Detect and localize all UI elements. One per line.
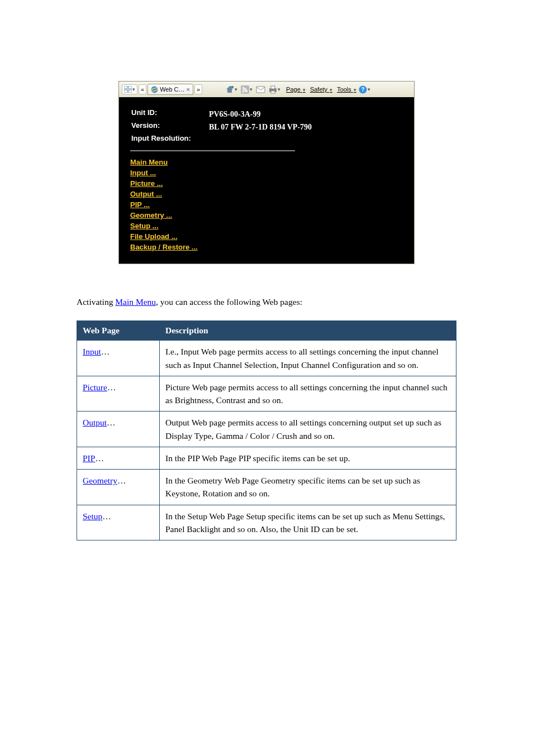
help-button[interactable]: ? ▾ xyxy=(359,85,370,94)
svg-rect-3 xyxy=(129,90,132,93)
tab-close-icon[interactable]: × xyxy=(187,86,190,93)
svg-rect-2 xyxy=(124,90,127,93)
row-link[interactable]: Setup xyxy=(83,511,102,521)
menu-safety[interactable]: Safety ▾ xyxy=(310,86,332,93)
nav-main-menu[interactable]: Main Menu xyxy=(130,157,168,168)
nav-pip[interactable]: PIP ... xyxy=(130,199,150,210)
table-row: Picture… Picture Web page permits access… xyxy=(77,376,456,412)
th-description: Description xyxy=(160,321,456,341)
svg-rect-8 xyxy=(241,85,249,94)
row-desc: In the PIP Web Page PIP specific items c… xyxy=(160,447,456,469)
row-link[interactable]: PIP xyxy=(83,453,95,463)
dropdown-icon: ▾ xyxy=(278,87,280,92)
table-row: Geometry… In the Geometry Web Page Geome… xyxy=(77,470,456,505)
ie-toolbar: ▾ « Web C… × » ▾ ▾ xyxy=(119,82,414,97)
svg-rect-13 xyxy=(271,91,275,93)
ie-icon xyxy=(151,86,158,93)
svg-rect-6 xyxy=(230,86,231,88)
svg-point-9 xyxy=(242,90,244,92)
browser-window: ▾ « Web C… × » ▾ ▾ xyxy=(118,81,415,264)
input-res-label: Input Resolution: xyxy=(131,134,208,146)
link-main-menu[interactable]: Main Menu xyxy=(115,297,156,307)
feed-button[interactable]: ▾ xyxy=(241,85,253,94)
tab-title: Web C… xyxy=(160,86,184,93)
table-row: Setup… In the Setup Web Page Setup speci… xyxy=(77,505,456,540)
web-page-content: Unit ID: PV6S-00-3A-99 Version: BL 07 FW… xyxy=(119,97,414,264)
row-desc: In the Geometry Web Page Geometry specif… xyxy=(160,470,456,505)
tabs-menu-button[interactable]: ▾ xyxy=(122,84,137,94)
browser-tab[interactable]: Web C… × xyxy=(147,84,193,95)
unit-id-value: PV6S-00-3A-99 xyxy=(209,108,312,120)
dropdown-icon: ▾ xyxy=(250,87,253,92)
nav-output[interactable]: Output ... xyxy=(130,189,162,199)
svg-text:?: ? xyxy=(361,87,364,93)
svg-rect-1 xyxy=(129,86,132,89)
header-info: Unit ID: PV6S-00-3A-99 Version: BL 07 FW… xyxy=(130,107,313,147)
divider xyxy=(130,150,295,151)
intro-paragraph: Activating Main Menu, you can access the… xyxy=(77,295,456,308)
row-link[interactable]: Input xyxy=(83,347,101,356)
svg-point-7 xyxy=(231,86,234,88)
print-button[interactable]: ▾ xyxy=(269,85,280,94)
mail-button[interactable] xyxy=(256,86,265,93)
input-res-value xyxy=(209,134,312,146)
version-label: Version: xyxy=(131,121,208,133)
menu-page[interactable]: Page ▾ xyxy=(286,86,306,93)
row-desc: In the Setup Web Page Setup specific ite… xyxy=(160,505,456,540)
nav-file-upload[interactable]: File Upload ... xyxy=(130,231,178,242)
row-desc: I.e., Input Web page permits access to a… xyxy=(160,341,456,376)
nav-input[interactable]: Input ... xyxy=(130,168,156,178)
home-button[interactable]: ▾ xyxy=(225,85,237,94)
dropdown-icon: ▾ xyxy=(235,87,237,92)
row-desc: Picture Web page permits access to all s… xyxy=(160,376,456,412)
row-link[interactable]: Output xyxy=(83,418,107,427)
nav-backup-restore[interactable]: Backup / Restore ... xyxy=(130,242,198,252)
unit-id-label: Unit ID: xyxy=(131,108,208,120)
table-row: Input… I.e., Input Web page permits acce… xyxy=(77,341,456,376)
table-row: PIP… In the PIP Web Page PIP specific it… xyxy=(77,447,456,469)
webpage-descriptions-table: Web Page Description Input… I.e., Input … xyxy=(77,320,456,540)
dropdown-icon: ▾ xyxy=(132,87,135,92)
table-row: Output… Output Web page permits access t… xyxy=(77,412,456,447)
svg-rect-0 xyxy=(124,86,127,89)
menu-tools[interactable]: Tools ▾ xyxy=(337,86,356,93)
dropdown-icon: ▾ xyxy=(368,87,370,92)
th-webpage: Web Page xyxy=(77,321,160,341)
nav-setup[interactable]: Setup ... xyxy=(130,221,159,231)
tab-forward-button[interactable]: » xyxy=(194,84,202,94)
row-link[interactable]: Picture xyxy=(83,382,107,392)
svg-rect-12 xyxy=(271,86,275,89)
nav-geometry[interactable]: Geometry ... xyxy=(130,210,172,221)
tab-back-button[interactable]: « xyxy=(139,84,146,94)
row-link[interactable]: Geometry xyxy=(83,476,117,485)
nav-picture[interactable]: Picture ... xyxy=(130,178,163,189)
nav-links: Main Menu Input ... Picture ... Output .… xyxy=(130,157,403,252)
row-desc: Output Web page permits access to all se… xyxy=(160,412,456,447)
version-value: BL 07 FW 2-7-1D 8194 VP-790 xyxy=(209,121,312,133)
